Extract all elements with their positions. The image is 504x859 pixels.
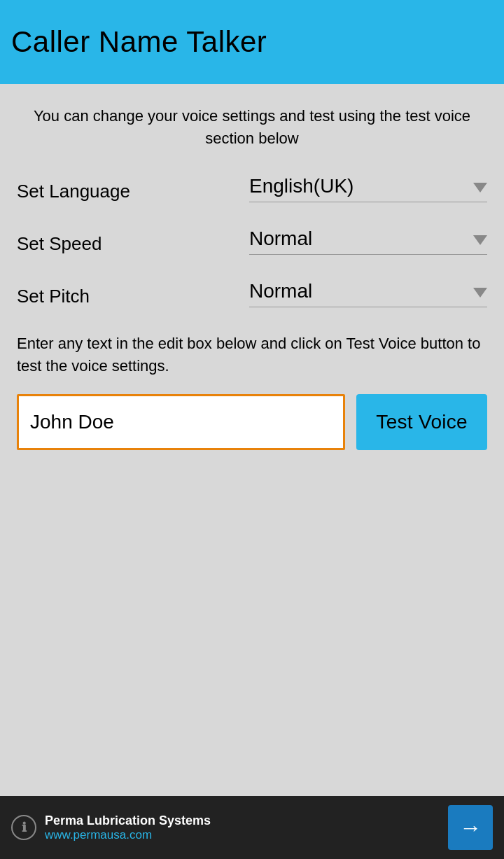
ad-website: www.permausa.com: [45, 828, 211, 842]
dropdown-arrow-speed: [473, 235, 487, 245]
setting-value-container-pitch[interactable]: Normal: [249, 280, 487, 307]
dropdown-arrow-language: [473, 183, 487, 193]
setting-value-pitch: Normal: [249, 280, 468, 305]
setting-label-language: Set Language: [17, 181, 130, 202]
setting-dropdown-language[interactable]: English(UK): [249, 175, 487, 202]
ad-arrow-button[interactable]: →: [448, 805, 493, 850]
setting-row-pitch: Set Pitch Normal: [17, 280, 487, 307]
setting-label-speed: Set Speed: [17, 233, 102, 255]
app-header: Caller Name Talker: [0, 0, 504, 84]
main-content: You can change your voice settings and t…: [0, 84, 504, 796]
setting-dropdown-speed[interactable]: Normal: [249, 228, 487, 255]
test-voice-button[interactable]: Test Voice: [356, 394, 487, 450]
ad-arrow-icon: →: [459, 815, 482, 841]
ad-content: ℹ Perma Lubrication Systems www.permausa…: [11, 813, 211, 842]
setting-value-language: English(UK): [249, 175, 468, 200]
setting-label-pitch: Set Pitch: [17, 286, 90, 307]
ad-info-icon: ℹ: [11, 815, 36, 840]
setting-row-language: Set Language English(UK): [17, 175, 487, 202]
description-text: You can change your voice settings and t…: [17, 105, 487, 150]
app-title: Caller Name Talker: [11, 25, 267, 59]
instructions-text: Enter any text in the edit box below and…: [17, 333, 487, 377]
setting-value-speed: Normal: [249, 228, 468, 253]
setting-row-speed: Set Speed Normal: [17, 228, 487, 255]
settings-container: Set Language English(UK) Set Speed Norma…: [17, 175, 487, 333]
setting-value-container-language[interactable]: English(UK): [249, 175, 487, 202]
ad-text-block: Perma Lubrication Systems www.permausa.c…: [45, 813, 211, 842]
setting-value-container-speed[interactable]: Normal: [249, 228, 487, 255]
ad-company-name: Perma Lubrication Systems: [45, 813, 211, 828]
ad-banner: ℹ Perma Lubrication Systems www.permausa…: [0, 796, 504, 859]
test-section: Test Voice: [17, 394, 487, 450]
dropdown-arrow-pitch: [473, 288, 487, 298]
test-voice-input[interactable]: [17, 394, 345, 450]
setting-dropdown-pitch[interactable]: Normal: [249, 280, 487, 307]
